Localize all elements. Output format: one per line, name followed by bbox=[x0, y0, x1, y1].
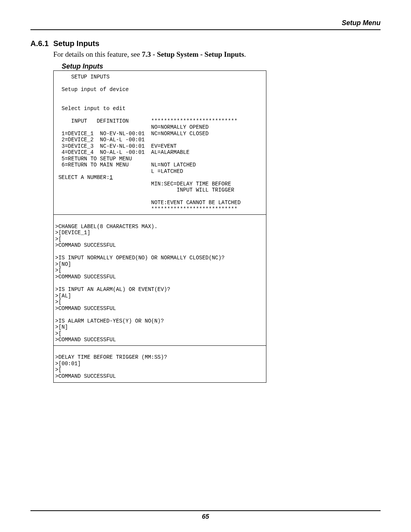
page: Setup Menu A.6.1 Setup Inputs For detail… bbox=[0, 0, 411, 532]
select-number-value: 1 bbox=[110, 174, 113, 181]
intro-crossref: 7.3 - Setup System - Setup Inputs bbox=[142, 50, 244, 58]
terminal-middle-block: >CHANGE LABEL(8 CHARACTERS MAX). >[DEVIC… bbox=[55, 224, 225, 343]
terminal-top-block: SETUP INPUTS Setup input of device Selec… bbox=[55, 74, 241, 212]
section-title: Setup Inputs bbox=[53, 39, 99, 48]
intro-paragraph: For details on this feature, see 7.3 - S… bbox=[53, 50, 381, 59]
section-heading: A.6.1 Setup Inputs bbox=[30, 39, 381, 48]
terminal-divider-1 bbox=[54, 214, 266, 215]
terminal-bottom-block: >DELAY TIME BEFORE TRIGGER (MM:SS)? >[00… bbox=[55, 354, 167, 379]
intro-suffix: . bbox=[244, 50, 246, 58]
footer-rule bbox=[30, 510, 381, 511]
section-number: A.6.1 bbox=[30, 39, 53, 48]
terminal-divider-2 bbox=[54, 345, 266, 346]
intro-prefix: For details on this feature, see bbox=[53, 50, 142, 58]
header-rule bbox=[30, 29, 381, 30]
figure-caption: Setup Inputs bbox=[62, 62, 381, 70]
terminal-box: SETUP INPUTS Setup input of device Selec… bbox=[53, 70, 266, 383]
header-section-label: Setup Menu bbox=[30, 19, 381, 27]
page-number: 65 bbox=[30, 513, 381, 521]
